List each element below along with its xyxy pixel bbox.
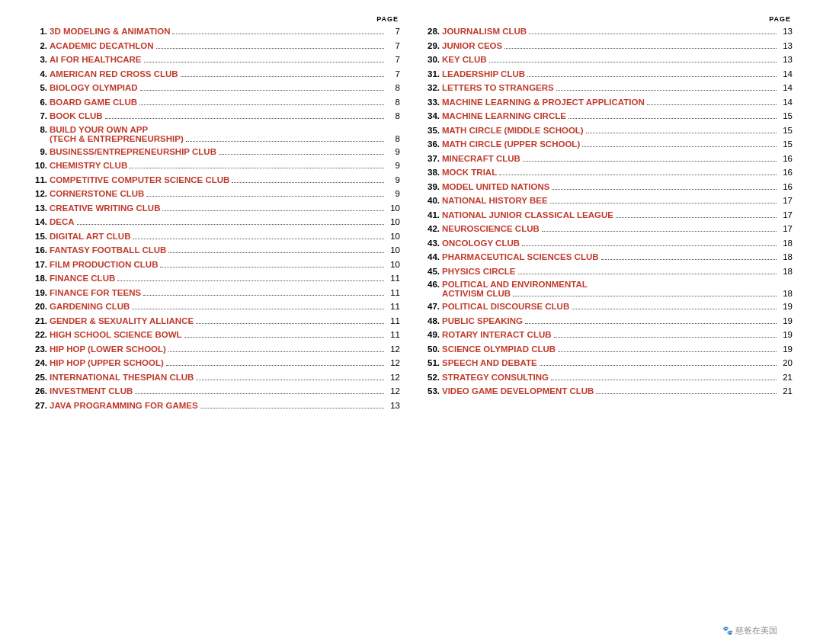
entry-page: 11 [386, 316, 400, 328]
toc-entry: 22.HIGH SCHOOL SCIENCE BOWL11 [30, 329, 400, 341]
entry-title: JAVA PROGRAMMING FOR GAMES [50, 400, 198, 412]
entry-title: DIGITAL ART CLUB [50, 231, 130, 243]
entry-number: 16. [30, 245, 47, 257]
toc-entry: 3.AI FOR HEALTHCARE7 [30, 54, 400, 66]
entry-title: CREATIVE WRITING CLUB [50, 203, 160, 215]
entry-page: 7 [386, 54, 400, 66]
entry-title: FILM PRODUCTION CLUB [50, 259, 158, 271]
toc-entry: 5.BIOLOGY OLYMPIAD8 [30, 82, 400, 95]
toc-entry: 16.FANTASY FOOTBALL CLUB10 [30, 245, 400, 257]
entry-page: 11 [386, 301, 400, 313]
entry-number: 42. [423, 223, 440, 235]
entry-title: PHARMACEUTICAL SCIENCES CLUB [442, 252, 599, 264]
entry-dots [525, 323, 777, 324]
entry-number: 31. [423, 69, 440, 81]
entry-page: 11 [386, 273, 400, 285]
entry-dots [556, 90, 777, 91]
entry-number: 35. [423, 125, 440, 137]
entry-dots [196, 323, 384, 324]
entry-page: 12 [386, 372, 400, 384]
entry-dots [523, 161, 777, 162]
entry-title: DECA [50, 216, 75, 229]
entry-dots [647, 104, 777, 105]
toc-entry: 14.DECA10 [30, 216, 400, 229]
toc-entry: 6.BOARD GAME CLUB8 [30, 97, 400, 109]
entry-dots [162, 210, 384, 211]
entry-title: MOCK TRIAL [442, 167, 497, 179]
entry-page: 16 [779, 153, 793, 165]
toc-entry: 45.PHYSICS CIRCLE18 [423, 266, 793, 278]
entry-page: 10 [386, 216, 400, 229]
entry-dots [132, 309, 384, 309]
entry-title: MATH CIRCLE (UPPER SCHOOL) [442, 139, 580, 151]
entry-title: HIP HOP (LOWER SCHOOL) [50, 344, 166, 356]
entry-dots [156, 48, 384, 49]
entry-page: 18 [779, 238, 793, 250]
entry-number: 8. [30, 125, 47, 134]
entry-dots [133, 239, 384, 239]
entry-number: 4. [30, 69, 47, 81]
entry-title: GARDENING CLUB [50, 301, 130, 313]
entry-page: 18 [779, 289, 793, 298]
entry-page: 14 [779, 82, 793, 95]
entry-page: 11 [386, 287, 400, 300]
entry-page: 19 [779, 316, 793, 328]
entry-page: 10 [386, 259, 400, 271]
entry-dots [105, 118, 384, 119]
entry-page: 16 [779, 181, 793, 194]
toc-entry: 33.MACHINE LEARNING & PROJECT APPLICATIO… [423, 97, 793, 109]
entry-title: BOARD GAME CLUB [50, 97, 137, 109]
entry-page: 17 [779, 223, 793, 235]
entry-title: HIGH SCHOOL SCIENCE BOWL [50, 329, 182, 341]
entry-page: 17 [779, 210, 793, 222]
entry-title: COMPETITIVE COMPUTER SCIENCE CLUB [50, 175, 229, 187]
entry-number: 51. [423, 357, 440, 370]
entry-title: LEADERSHIP CLUB [442, 69, 525, 81]
entry-page: 18 [779, 266, 793, 278]
toc-entry: 19.FINANCE FOR TEENS11 [30, 287, 400, 300]
entry-dots [550, 203, 777, 203]
entry-title: BUILD YOUR OWN APP [50, 125, 148, 134]
entry-number: 23. [30, 344, 47, 356]
entry-number: 45. [423, 266, 440, 278]
entry-title: ACADEMIC DECATHLON [50, 40, 154, 53]
entry-page: 15 [779, 125, 793, 137]
entry-number: 7. [30, 111, 47, 123]
entry-dots [596, 393, 777, 394]
entry-number: 36. [423, 139, 440, 151]
toc-entry: 11.COMPETITIVE COMPUTER SCIENCE CLUB9 [30, 175, 400, 187]
entry-page: 17 [779, 195, 793, 207]
entry-dots [529, 34, 777, 34]
entry-title: VIDEO GAME DEVELOPMENT CLUB [442, 386, 594, 398]
entry-title: AI FOR HEALTHCARE [50, 54, 142, 66]
entry-page: 9 [386, 188, 400, 200]
entry-number: 34. [423, 111, 440, 123]
entry-number: 44. [423, 252, 440, 264]
toc-entry: 42.NEUROSCIENCE CLUB17 [423, 223, 793, 235]
entry-title: FINANCE FOR TEENS [50, 287, 141, 300]
toc-entry: 21.GENDER & SEXUALITY ALLIANCE11 [30, 316, 400, 328]
entry-dots [146, 196, 384, 197]
entry-page: 10 [386, 245, 400, 257]
entry-page: 11 [386, 329, 400, 341]
entry-page: 7 [386, 69, 400, 81]
entry-number: 1. [30, 26, 47, 38]
toc-entry: 10.CHEMISTRY CLUB9 [30, 160, 400, 172]
page-label: PAGE [30, 15, 400, 23]
toc-entry: 12.CORNERSTONE CLUB9 [30, 188, 400, 200]
entry-title: POLITICAL DISCOURSE CLUB [442, 301, 569, 313]
entry-title: ONCOLOGY CLUB [442, 238, 520, 250]
toc-entry: 27.JAVA PROGRAMMING FOR GAMES13 [30, 400, 400, 412]
entry-dots [586, 133, 777, 133]
entry-page: 9 [386, 160, 400, 172]
entry-number: 9. [30, 146, 47, 159]
toc-entry: 13.CREATIVE WRITING CLUB10 [30, 203, 400, 215]
entry-title: NATIONAL JUNIOR CLASSICAL LEAGUE [442, 210, 613, 222]
toc-entry: 35.MATH CIRCLE (MIDDLE SCHOOL)15 [423, 125, 793, 137]
entry-dots [200, 408, 384, 409]
entry-dots [160, 267, 384, 268]
entry-title: MACHINE LEARNING CIRCLE [442, 111, 566, 123]
entry-dots [135, 393, 384, 394]
entry-dots [172, 34, 384, 34]
toc-entry: 17.FILM PRODUCTION CLUB10 [30, 259, 400, 271]
